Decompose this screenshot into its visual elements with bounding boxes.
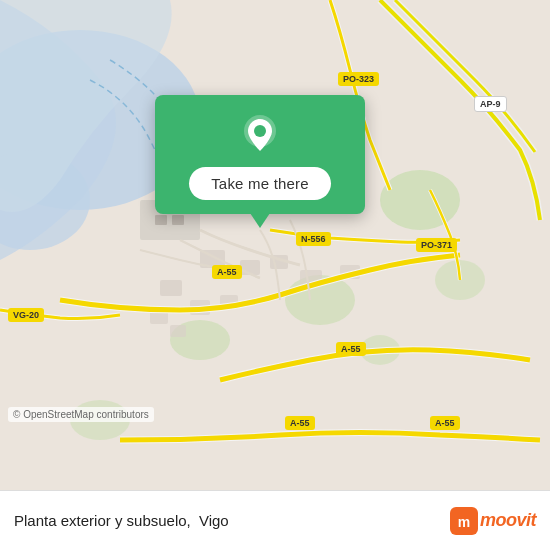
take-me-there-button[interactable]: Take me there <box>189 167 331 200</box>
road-label-vg20: VG-20 <box>8 308 44 322</box>
road-label-a55-2: A-55 <box>336 342 366 356</box>
road-label-a55-1: A-55 <box>212 265 242 279</box>
svg-point-23 <box>254 125 266 137</box>
svg-rect-11 <box>160 280 182 296</box>
city-name: Vigo <box>199 512 229 529</box>
road-label-a55-3: A-55 <box>285 416 315 430</box>
place-name-text: Planta exterior y subsuelo, <box>14 512 191 529</box>
map-attribution: © OpenStreetMap contributors <box>8 407 154 422</box>
svg-rect-21 <box>172 215 184 225</box>
road-label-n556: N-556 <box>296 232 331 246</box>
svg-rect-20 <box>155 215 167 225</box>
svg-rect-18 <box>170 325 186 337</box>
moovit-text: moovit <box>480 510 536 531</box>
moovit-icon: m <box>450 507 478 535</box>
svg-text:m: m <box>458 514 470 530</box>
road-label-po371: PO-371 <box>416 238 457 252</box>
road-label-a55-4: A-55 <box>430 416 460 430</box>
place-name: Planta exterior y subsuelo, Vigo <box>14 512 450 529</box>
road-label-po323-1: PO-323 <box>338 72 379 86</box>
bottom-bar: Planta exterior y subsuelo, Vigo m moovi… <box>0 490 550 550</box>
location-pin-icon <box>238 113 282 157</box>
map-container: AP-9 PO-323 PO-323 N-556 A-55 A-55 A-55 … <box>0 0 550 490</box>
moovit-logo: m moovit <box>450 507 536 535</box>
road-label-ap9: AP-9 <box>474 96 507 112</box>
svg-point-3 <box>380 170 460 230</box>
popup-card: Take me there <box>155 95 365 214</box>
